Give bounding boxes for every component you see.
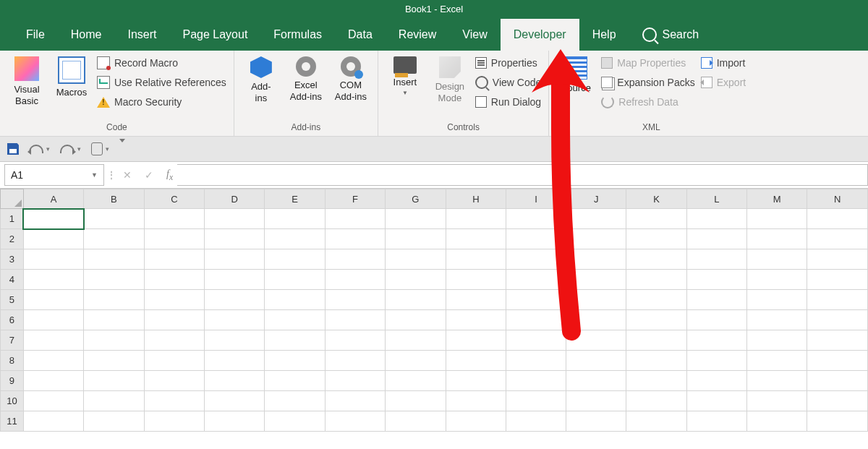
cell[interactable] [686,209,746,229]
cell[interactable] [566,209,626,229]
col-header[interactable]: N [807,189,868,209]
tab-data[interactable]: Data [335,19,386,51]
cell[interactable] [325,229,385,249]
cell[interactable] [566,351,626,371]
cell[interactable] [205,310,265,330]
tab-help[interactable]: Help [579,19,629,51]
cell[interactable] [506,290,566,310]
cell[interactable] [566,371,626,391]
cell[interactable] [84,310,144,330]
tab-page-layout[interactable]: Page Layout [169,19,260,51]
cell[interactable] [506,270,566,290]
use-relative-refs-button[interactable]: Use Relative References [95,73,228,92]
cell[interactable] [84,209,144,229]
cell[interactable] [566,270,626,290]
cell[interactable] [626,330,686,351]
cell[interactable] [386,391,446,411]
row-header[interactable]: 4 [1,270,24,290]
cell[interactable] [746,351,807,371]
cell[interactable] [506,249,566,270]
cell[interactable] [686,391,746,411]
col-header[interactable]: J [566,189,626,209]
col-header[interactable]: L [686,189,746,209]
design-mode-button[interactable]: Design Mode [429,54,471,104]
customize-qat-button[interactable] [119,142,132,155]
name-box[interactable]: A1 ▼ [4,164,104,186]
tab-review[interactable]: Review [386,19,449,51]
col-header[interactable]: B [84,189,144,209]
cell[interactable] [686,411,746,432]
cell[interactable] [566,391,626,411]
cell[interactable] [325,310,385,330]
touch-mode-dropdown[interactable]: ▾ [106,145,109,153]
cell[interactable] [84,229,144,249]
cell[interactable] [265,290,325,310]
cell[interactable] [84,330,144,351]
cell[interactable] [386,411,446,432]
cell[interactable] [807,391,868,411]
cell[interactable] [807,310,868,330]
properties-button[interactable]: Properties [474,54,542,72]
export-button[interactable]: Export [699,73,747,92]
cell[interactable] [746,209,807,229]
cell[interactable] [566,411,626,432]
row-header[interactable]: 3 [1,249,24,270]
tab-formulas[interactable]: Formulas [260,19,335,51]
cell[interactable] [205,351,265,371]
row-header[interactable]: 9 [1,371,24,391]
row-header[interactable]: 5 [1,290,24,310]
cell[interactable] [23,411,83,432]
cell[interactable] [325,330,385,351]
cell[interactable] [386,351,446,371]
save-button[interactable] [7,143,19,155]
formula-input[interactable] [177,164,868,186]
row-header[interactable]: 10 [1,391,24,411]
cell[interactable] [686,270,746,290]
cell[interactable] [265,270,325,290]
redo-dropdown[interactable]: ▾ [77,145,81,153]
tab-insert[interactable]: Insert [114,19,169,51]
col-header[interactable]: G [386,189,446,209]
cell[interactable] [686,249,746,270]
col-header[interactable]: H [446,189,506,209]
cell[interactable] [84,391,144,411]
cell[interactable] [506,391,566,411]
cell[interactable] [325,209,385,229]
cell[interactable] [746,371,807,391]
cell[interactable] [265,330,325,351]
cell[interactable] [746,411,807,432]
cell[interactable] [205,391,265,411]
cell[interactable] [446,371,506,391]
col-header[interactable]: K [626,189,686,209]
tab-home[interactable]: Home [58,19,115,51]
touch-mouse-mode-button[interactable] [91,142,103,155]
col-header[interactable]: D [205,189,265,209]
cell[interactable] [23,310,83,330]
addins-button[interactable]: Add- ins [240,54,282,104]
cell[interactable] [506,351,566,371]
visual-basic-button[interactable]: Visual Basic [6,54,48,107]
col-header[interactable]: M [746,189,807,209]
cell[interactable] [144,391,204,411]
row-header[interactable]: 7 [1,330,24,351]
cell[interactable] [626,229,686,249]
col-header[interactable]: I [506,189,566,209]
cell[interactable] [84,351,144,371]
cell[interactable] [626,209,686,229]
cell[interactable] [84,411,144,432]
cell[interactable] [144,330,204,351]
cell[interactable] [446,351,506,371]
cell[interactable] [265,209,325,229]
cell[interactable] [446,209,506,229]
cell[interactable] [265,310,325,330]
cell[interactable] [23,229,83,249]
col-header[interactable]: F [325,189,385,209]
cell[interactable] [746,310,807,330]
cell[interactable] [746,330,807,351]
cell[interactable] [446,270,506,290]
cell[interactable] [23,371,83,391]
tab-file[interactable]: File [13,19,58,51]
cell[interactable] [626,290,686,310]
cell[interactable] [626,310,686,330]
excel-addins-button[interactable]: Excel Add-ins [285,54,327,103]
